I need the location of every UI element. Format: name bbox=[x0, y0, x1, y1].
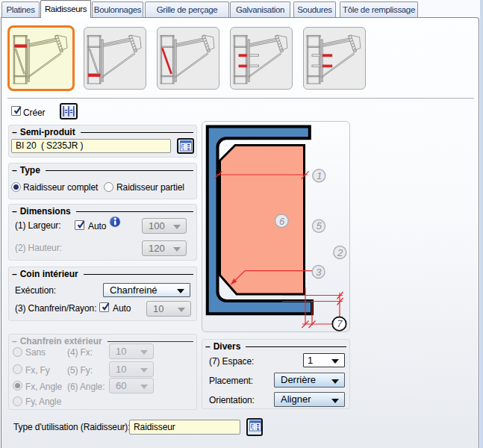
svg-text:3: 3 bbox=[316, 267, 322, 278]
svg-text:1: 1 bbox=[317, 170, 322, 181]
svg-text:7: 7 bbox=[337, 318, 343, 329]
svg-text:5: 5 bbox=[317, 220, 322, 231]
svg-text:2: 2 bbox=[337, 247, 343, 258]
svg-text:6: 6 bbox=[279, 216, 285, 227]
